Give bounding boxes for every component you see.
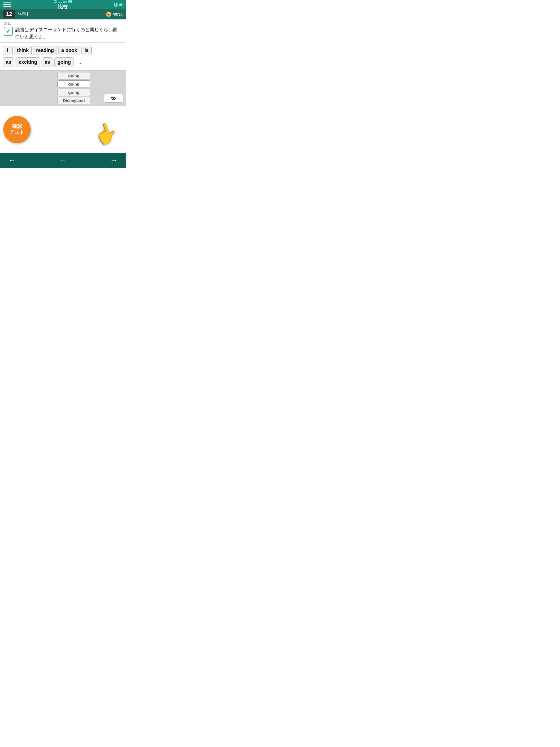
check-box: ✓: [4, 27, 12, 35]
word-tile[interactable]: think: [14, 46, 32, 55]
word-row-1: I think reading a book is: [3, 46, 123, 55]
dropdown-item[interactable]: going: [57, 72, 90, 80]
chapter-label: Chapter 05: [54, 0, 72, 4]
dropdown-area: going going going Disneyland to: [0, 70, 126, 106]
quit-button[interactable]: Quit: [114, 2, 123, 7]
dropdown-item[interactable]: Disneyland: [57, 97, 90, 104]
back-button[interactable]: ↩: [60, 156, 66, 164]
menu-button[interactable]: [3, 2, 11, 7]
next-button[interactable]: →: [110, 156, 118, 165]
word-row-2: as exciting as going .: [3, 57, 123, 67]
confirmation-badge: 確認 テスト: [3, 116, 31, 143]
page-title: 比較: [54, 4, 72, 10]
word-tile[interactable]: going: [54, 57, 74, 67]
punctuation-tile: .: [75, 57, 85, 67]
word-tile[interactable]: as: [42, 57, 53, 67]
header-center: Chapter 05 比較: [54, 0, 72, 10]
check-mark: ✓: [6, 28, 11, 34]
question-row: ✓ 読書はディズニーランドに行くのと同じくらい面白いと思うよ。: [4, 26, 122, 40]
progress-total: 54問中: [18, 12, 103, 17]
dropdown-item[interactable]: going: [57, 88, 90, 96]
timer-area: 40:30: [106, 11, 123, 17]
svg-point-1: [108, 14, 109, 15]
question-text: 読書はディズニーランドに行くのと同じくらい面白いと思うよ。: [15, 26, 122, 40]
previous-button[interactable]: ←: [8, 156, 16, 165]
word-tile[interactable]: as: [3, 57, 14, 67]
dropdown-item[interactable]: going: [57, 80, 90, 88]
to-tile[interactable]: to: [104, 94, 123, 103]
bottom-navigation: ← ↩ →: [0, 153, 126, 168]
word-tile[interactable]: I: [3, 46, 12, 55]
word-tile[interactable]: a book: [58, 46, 80, 55]
question-id: 05-12: [4, 22, 122, 25]
word-tile[interactable]: reading: [33, 46, 57, 55]
hand-cursor-icon: 👆: [91, 119, 121, 148]
sentence-area: I think reading a book is as exciting as…: [0, 43, 126, 70]
progress-bar: 12 54問中 40:30: [0, 9, 126, 19]
app-header: Chapter 05 比較 Quit: [0, 0, 126, 9]
badge-line2: テスト: [9, 130, 24, 136]
timer-icon: [106, 11, 111, 17]
question-number: 12: [3, 10, 15, 18]
badge-line1: 確認: [12, 124, 22, 130]
word-tile[interactable]: exciting: [16, 57, 40, 67]
timer-label: 40:30: [113, 12, 123, 17]
word-tile[interactable]: is: [81, 46, 92, 55]
question-area: 05-12 ✓ 読書はディズニーランドに行くのと同じくらい面白いと思うよ。: [0, 19, 126, 43]
